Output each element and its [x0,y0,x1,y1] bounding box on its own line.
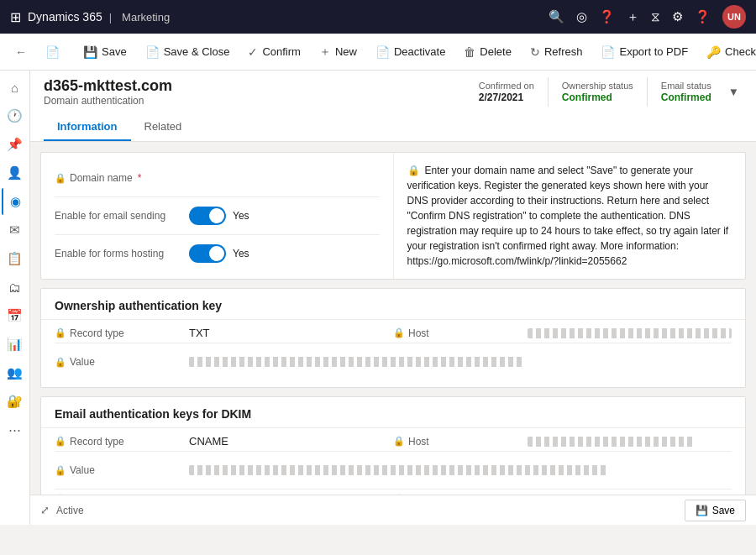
sidebar-item-leads[interactable]: 👥 [2,359,29,386]
domain-name-label: 🔒 Domain name * [55,172,189,184]
sidebar-item-events[interactable]: 📅 [2,302,29,329]
record-title: d365-mkttest.com [44,77,172,95]
ownership-host-col: 🔒 Host [393,327,732,339]
sidebar-item-pinned[interactable]: 📌 [2,131,29,158]
deactivate-button[interactable]: 📄 Deactivate [367,41,454,63]
sidebar-item-forms[interactable]: 📋 [2,245,29,272]
sidebar-item-segments[interactable]: ◉ [2,188,29,215]
divider [55,343,732,343]
enable-email-toggle[interactable]: Yes [189,207,380,225]
grid-icon[interactable]: ⊞ [10,9,21,25]
confirm-icon: ✓ [248,45,258,59]
divider [55,489,732,490]
dkim-section: Email authentication keys for DKIM 🔒 Rec… [40,396,746,495]
filter-icon[interactable]: ⧖ [651,9,660,24]
back-button[interactable]: ← [7,41,35,63]
dkim-value-label-1: 🔒 Value [55,464,189,476]
key-icon: 🔑 [706,45,721,59]
lock-icon: 🔒 [55,327,66,338]
record-title-section: d365-mkttest.com Domain authentication [44,77,172,107]
domain-name-row: 🔒 Domain name * [55,163,380,193]
refresh-button[interactable]: ↻ Refresh [522,41,591,63]
ownership-record-type-value: TXT [189,327,393,339]
divider [55,234,380,235]
sidebar-item-more[interactable]: ⋯ [2,416,29,443]
help-icon[interactable]: ❓ [599,9,615,24]
dkim-host-value-1 [528,437,696,447]
tab-information[interactable]: Information [44,113,131,141]
tabs: Information Related [44,113,743,141]
ownership-record-type-label: 🔒 Record type [55,327,189,339]
lock-icon: 🔒 [55,173,66,184]
search-icon[interactable]: 🔍 [549,9,564,24]
module-name: Marketing [122,11,170,24]
divider [55,451,732,452]
dkim-value-value-1 [189,465,609,475]
status-save-button[interactable]: 💾 Save [685,500,746,521]
info-icon: 🔒 [407,163,420,178]
ownership-host-value [528,328,732,338]
ownership-body: 🔒 Record type TXT 🔒 Host [41,320,745,387]
new-button[interactable]: ＋ New [311,40,365,64]
sidebar-item-pages[interactable]: 🗂 [2,274,29,301]
form-content: 🔒 Domain name * Enable for email se [30,142,756,495]
dkim-row-1: 🔒 Record type CNAME 🔒 Host [55,435,732,448]
sidebar-item-emails[interactable]: ✉ [2,217,29,243]
save-close-icon: 📄 [145,45,160,59]
recent-icon[interactable]: ◎ [576,9,587,24]
settings-icon[interactable]: ⚙ [672,9,683,24]
new-icon[interactable]: ＋ [627,9,639,25]
nav-left: ⊞ Dynamics 365 | Marketing [10,9,540,25]
save-button[interactable]: 💾 Save [75,41,135,63]
dkim-value-row-1: 🔒 Value [55,455,732,485]
divider [55,196,380,197]
dkim-host-label-1: 🔒 Host [393,436,528,448]
email-toggle[interactable] [189,207,226,225]
enable-forms-row: Enable for forms hosting Yes [55,238,380,269]
main-layout: ⌂ 🕐 📌 👤 ◉ ✉ 📋 🗂 📅 📊 👥 🔐 ⋯ d365-mkttest.c… [0,71,756,525]
forms-toggle-wrap[interactable]: Yes [189,244,380,263]
ownership-value-value [189,357,525,367]
avatar[interactable]: UN [722,5,746,29]
ownership-value-label: 🔒 Value [55,356,189,368]
email-toggle-wrap[interactable]: Yes [189,207,380,225]
export-pdf-button[interactable]: 📄 Export to PDF [592,41,696,63]
lock-icon: 🔒 [55,357,66,368]
content-area: d365-mkttest.com Domain authentication C… [30,71,756,525]
sidebar-item-permissions[interactable]: 🔐 [2,388,29,415]
domain-section-body: 🔒 Domain name * Enable for email se [41,153,745,279]
expand-icon[interactable]: ⤢ [40,504,50,516]
delete-button[interactable]: 🗑 Delete [455,41,520,63]
dkim-host-col-1: 🔒 Host [393,436,732,448]
forms-toggle[interactable] [189,244,226,263]
page-button[interactable]: 📄 [37,41,68,63]
enable-forms-toggle[interactable]: Yes [189,244,380,263]
status-left: ⤢ Active [40,504,84,516]
ownership-host-label: 🔒 Host [393,327,528,339]
record-title-row: d365-mkttest.com Domain authentication C… [44,77,743,110]
record-header: d365-mkttest.com Domain authentication C… [30,71,756,142]
sidebar-item-recent[interactable]: 🕐 [2,102,29,129]
dkim-record-type-label-1: 🔒 Record type [55,436,189,448]
export-icon: 📄 [601,45,615,59]
lock-icon: 🔒 [55,436,66,447]
sidebar-item-home[interactable]: ⌂ [2,74,29,101]
sidebar-item-contacts[interactable]: 👤 [2,160,29,186]
help2-icon[interactable]: ❓ [695,9,711,24]
enable-forms-label: Enable for forms hosting [55,248,189,259]
tab-related[interactable]: Related [131,113,196,141]
confirm-button[interactable]: ✓ Confirm [239,41,309,63]
status-text: Active [56,505,84,516]
dkim-record-type-value-1: CNAME [189,435,393,448]
save-close-button[interactable]: 📄 Save & Close [137,41,239,63]
dkim-record-type-col-1: 🔒 Record type CNAME [55,435,393,448]
domain-right-panel: 🔒 Enter your domain name and select "Sav… [394,153,746,279]
status-bar: ⤢ Active 💾 Save [30,495,756,525]
record-subtitle: Domain authentication [44,95,172,107]
delete-icon: 🗑 [464,45,475,59]
sidebar-item-reports[interactable]: 📊 [2,331,29,358]
check-access-button[interactable]: 🔑 Check Access [698,41,756,63]
chevron-down-button[interactable]: ▼ [725,82,743,102]
lock-icon: 🔒 [55,465,66,476]
ownership-record-type-col: 🔒 Record type TXT [55,327,393,339]
